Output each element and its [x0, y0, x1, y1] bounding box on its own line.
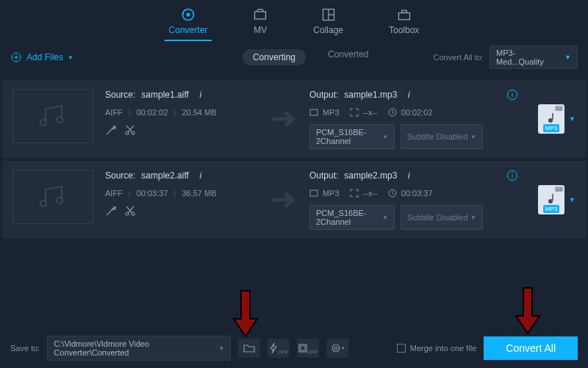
duration-label: 00:03:37 — [137, 189, 168, 198]
convert-all-to-label: Convert All to: — [434, 53, 484, 62]
convert-all-to-value: MP3-Med...Quality — [496, 48, 559, 66]
tab-toolbox[interactable]: Toolbox — [384, 4, 423, 41]
subtitle-select[interactable]: Subtitle Disabled▼ — [401, 124, 483, 149]
bottom-bar: Save to: C:\Vidmore\Vidmore Video Conver… — [0, 328, 588, 368]
sub-tabs: Converting Converted — [243, 49, 368, 65]
file-row: Source: sample1.aiff i AIFF| 00:02:02| 2… — [2, 80, 586, 158]
collage-icon — [321, 7, 336, 22]
svg-point-1 — [186, 13, 190, 17]
main-tabs: Converter MV Collage Toolbox — [0, 0, 588, 41]
checkbox-icon — [397, 344, 406, 353]
folder-icon — [243, 342, 255, 354]
codec-label: AIFF — [105, 189, 123, 198]
subtab-converted[interactable]: Converted — [328, 49, 368, 65]
edit-name-icon[interactable]: i — [403, 89, 415, 101]
svg-point-11 — [40, 120, 46, 126]
triangle-down-icon: ▼ — [218, 345, 224, 352]
svg-point-12 — [57, 117, 62, 123]
file-thumbnail[interactable] — [12, 89, 93, 143]
convert-all-to: Convert All to: MP3-Med...Quality ▼ — [434, 46, 578, 69]
enhance-icon[interactable] — [105, 205, 117, 217]
output-column: Output: sample1.mp3 i i MP3 --x-- 00:02:… — [309, 89, 522, 149]
format-file-icon: ♪♪ MP3 — [538, 185, 564, 214]
svg-point-27 — [332, 344, 340, 352]
output-filename: sample2.mp3 — [344, 170, 397, 181]
triangle-down-icon: ▼ — [470, 214, 476, 221]
format-file-icon: ♪♪ MP3 — [538, 104, 564, 134]
tab-mv[interactable]: MV — [248, 4, 272, 41]
file-thumbnail[interactable] — [12, 170, 93, 224]
svg-rect-6 — [398, 13, 409, 20]
svg-point-18 — [40, 201, 46, 206]
triangle-down-icon: ▼ — [382, 214, 388, 221]
duration-label: 00:02:02 — [137, 108, 168, 117]
output-column: Output: sample2.mp3 i i MP3 --x-- 00:03:… — [309, 170, 522, 230]
info-icon[interactable]: i — [507, 90, 517, 100]
cut-icon[interactable] — [124, 124, 136, 136]
tab-converter-label: Converter — [169, 25, 208, 35]
svg-point-19 — [57, 198, 62, 203]
svg-rect-15 — [310, 109, 318, 115]
source-column: Source: sample2.aiff i AIFF| 00:03:37| 3… — [105, 170, 259, 230]
hardware-accel-button[interactable]: OFF — [268, 339, 290, 358]
convert-all-to-dropdown[interactable]: MP3-Med...Quality ▼ — [490, 46, 578, 69]
format-badge: MP3 — [309, 189, 340, 198]
out-duration-badge: 00:02:02 — [388, 108, 433, 117]
codec-select[interactable]: PCM_S16BE-2Channel▼ — [309, 124, 395, 149]
add-files-button[interactable]: Add Files ▼ — [10, 51, 74, 63]
codec-select[interactable]: PCM_S16BE-2Channel▼ — [309, 205, 395, 230]
output-format-selector[interactable]: ♪♪ MP3 ▼ — [538, 89, 576, 149]
format-badge: MP3 — [309, 108, 340, 117]
subtitle-select[interactable]: Subtitle Disabled▼ — [401, 205, 483, 230]
svg-rect-2 — [255, 12, 266, 19]
codec-label: AIFF — [105, 108, 123, 117]
edit-name-icon[interactable]: i — [403, 170, 415, 181]
svg-rect-22 — [310, 190, 318, 196]
chevron-down-icon: ▼ — [68, 54, 74, 61]
info-icon[interactable]: i — [507, 170, 517, 181]
settings-button[interactable]: ▾ — [326, 339, 348, 358]
toolbox-icon — [397, 7, 412, 22]
output-label: Output: — [309, 90, 338, 100]
converter-icon — [181, 7, 196, 22]
size-label: 20.54 MB — [182, 108, 216, 117]
svg-rect-26 — [301, 346, 305, 350]
save-to-label: Save to: — [10, 344, 40, 353]
size-label: 36.57 MB — [182, 189, 216, 198]
arrow-icon — [271, 89, 298, 149]
chevron-down-icon: ▼ — [569, 196, 576, 203]
svg-point-24 — [548, 199, 553, 203]
tab-mv-label: MV — [254, 25, 267, 35]
edit-name-icon[interactable]: i — [195, 89, 207, 101]
triangle-down-icon: ▼ — [382, 134, 388, 140]
save-path-dropdown[interactable]: C:\Vidmore\Vidmore Video Converter\Conve… — [47, 336, 231, 361]
triangle-down-icon: ▼ — [470, 134, 476, 140]
output-label: Output: — [309, 170, 338, 181]
cut-icon[interactable] — [124, 205, 136, 217]
tab-collage[interactable]: Collage — [309, 4, 348, 41]
tab-converter[interactable]: Converter — [165, 4, 212, 41]
svg-point-17 — [548, 118, 553, 123]
out-duration-badge: 00:03:37 — [388, 189, 433, 198]
merge-label: Merge into one file — [410, 344, 477, 353]
svg-rect-7 — [401, 10, 406, 12]
subtab-converting[interactable]: Converting — [243, 49, 306, 65]
resolution-badge: --x-- — [350, 108, 378, 117]
source-column: Source: sample1.aiff i AIFF| 00:02:02| 2… — [105, 89, 259, 149]
add-files-label: Add Files — [26, 52, 63, 62]
open-folder-button[interactable] — [238, 339, 260, 358]
enhance-icon[interactable] — [105, 124, 117, 136]
edit-name-icon[interactable]: i — [195, 170, 207, 181]
merge-checkbox[interactable]: Merge into one file — [397, 344, 477, 353]
mv-icon — [253, 7, 268, 22]
svg-point-28 — [334, 347, 337, 350]
chevron-down-icon: ▼ — [564, 54, 571, 61]
output-format-selector[interactable]: ♪♪ MP3 ▼ — [538, 170, 576, 230]
save-path-value: C:\Vidmore\Vidmore Video Converter\Conve… — [54, 339, 218, 357]
gear-icon — [330, 342, 342, 354]
tab-toolbox-label: Toolbox — [389, 25, 419, 35]
gpu-button[interactable]: OFF — [297, 339, 319, 358]
music-notes-icon — [35, 101, 71, 131]
file-row: Source: sample2.aiff i AIFF| 00:03:37| 3… — [2, 161, 586, 239]
convert-all-button[interactable]: Convert All — [484, 336, 578, 360]
